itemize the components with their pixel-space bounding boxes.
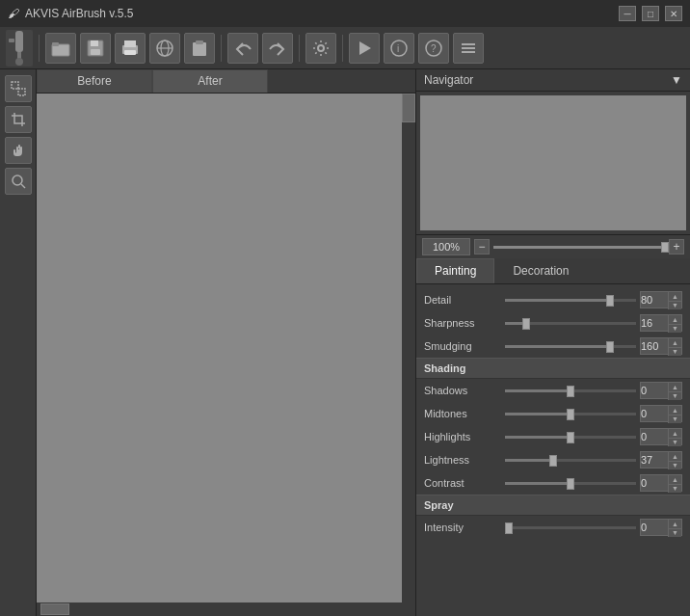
intensity-slider[interactable] xyxy=(505,521,636,534)
sharpness-down[interactable]: ▼ xyxy=(669,325,681,334)
highlights-down[interactable]: ▼ xyxy=(669,439,681,447)
minimize-button[interactable]: ─ xyxy=(619,6,636,21)
undo-button[interactable] xyxy=(227,33,258,64)
highlights-slider[interactable] xyxy=(505,430,636,443)
shadows-down[interactable]: ▼ xyxy=(669,392,681,401)
lightness-fill xyxy=(505,459,553,462)
horizontal-scrollbar-thumb[interactable] xyxy=(40,603,69,615)
maximize-button[interactable]: □ xyxy=(642,6,659,21)
zoom-slider[interactable] xyxy=(493,246,665,249)
smudging-row: Smudging 160 ▲ ▼ xyxy=(416,335,690,358)
lightness-down[interactable]: ▼ xyxy=(669,462,681,470)
midtones-value[interactable]: 0 ▲ ▼ xyxy=(640,405,682,422)
right-panel: Navigator ▼ − + Painting Decoration xyxy=(415,69,690,616)
contrast-spinners: ▲ ▼ xyxy=(668,475,681,493)
shadows-value[interactable]: 0 ▲ ▼ xyxy=(640,382,682,399)
info-button[interactable]: i xyxy=(384,33,414,64)
detail-value[interactable]: 80 ▲ ▼ xyxy=(640,291,682,308)
smudging-thumb[interactable] xyxy=(606,341,614,353)
zoom-in-button[interactable]: + xyxy=(669,239,684,254)
menu-button[interactable] xyxy=(453,33,484,64)
midtones-down[interactable]: ▼ xyxy=(669,415,681,424)
sharpness-slider[interactable] xyxy=(505,316,636,330)
navigator-preview xyxy=(420,95,686,230)
contrast-value[interactable]: 0 ▲ ▼ xyxy=(640,474,682,492)
horizontal-scrollbar[interactable] xyxy=(37,603,415,616)
hand-tool[interactable] xyxy=(5,137,32,164)
intensity-down[interactable]: ▼ xyxy=(669,529,681,538)
vertical-scrollbar-thumb[interactable] xyxy=(402,94,415,122)
zoom-out-button[interactable]: − xyxy=(474,239,490,254)
detail-down[interactable]: ▼ xyxy=(669,302,681,310)
tab-decoration[interactable]: Decoration xyxy=(494,258,587,283)
midtones-slider[interactable] xyxy=(505,407,636,420)
intensity-thumb[interactable] xyxy=(505,522,513,534)
smudging-down[interactable]: ▼ xyxy=(669,348,681,357)
zoom-input[interactable] xyxy=(422,238,470,255)
detail-thumb[interactable] xyxy=(606,295,614,307)
crop-tool[interactable] xyxy=(5,106,32,133)
main-layout: Before After Navigator ▼ − xyxy=(0,69,690,616)
intensity-value[interactable]: 0 ▲ ▼ xyxy=(640,519,682,536)
contrast-row: Contrast 0 ▲ ▼ xyxy=(416,471,690,495)
shadows-up[interactable]: ▲ xyxy=(669,383,681,392)
tab-painting[interactable]: Painting xyxy=(416,258,494,283)
smudging-up[interactable]: ▲ xyxy=(669,338,681,348)
sharpness-value[interactable]: 16 ▲ ▼ xyxy=(640,314,682,332)
shadows-thumb[interactable] xyxy=(567,386,574,397)
toolbar: i ? xyxy=(0,27,690,69)
highlights-thumb[interactable] xyxy=(567,432,574,443)
help-button[interactable]: ? xyxy=(418,33,449,64)
close-button[interactable]: ✕ xyxy=(665,6,682,21)
redo-button[interactable] xyxy=(262,33,293,64)
svg-rect-3 xyxy=(9,39,14,42)
canvas-tabs: Before After xyxy=(37,69,415,94)
smudging-slider[interactable] xyxy=(505,339,636,353)
shadows-slider[interactable] xyxy=(505,384,636,397)
contrast-slider[interactable] xyxy=(505,476,636,490)
web-button[interactable] xyxy=(149,33,180,64)
navigator-section: Navigator ▼ − + xyxy=(416,69,690,258)
intensity-label: Intensity xyxy=(424,522,501,533)
shadows-row: Shadows 0 ▲ ▼ xyxy=(416,379,690,402)
save-button[interactable] xyxy=(80,33,111,64)
detail-slider[interactable] xyxy=(505,293,636,307)
play-button[interactable] xyxy=(349,33,380,64)
contrast-down[interactable]: ▼ xyxy=(669,485,681,494)
lightness-thumb[interactable] xyxy=(549,455,557,467)
airbrush-icon[interactable] xyxy=(6,30,33,67)
highlights-value[interactable]: 0 ▲ ▼ xyxy=(640,428,682,445)
spray-header: Spray xyxy=(416,495,690,516)
sharpness-thumb[interactable] xyxy=(522,318,530,330)
shading-header: Shading xyxy=(416,358,690,379)
selection-tool[interactable] xyxy=(5,75,32,102)
open-button[interactable] xyxy=(45,33,76,64)
print-button[interactable] xyxy=(115,33,146,64)
zoom-tool[interactable] xyxy=(5,168,32,195)
settings-button[interactable] xyxy=(305,33,336,64)
vertical-scrollbar[interactable] xyxy=(402,94,415,603)
svg-rect-8 xyxy=(91,49,100,55)
highlights-up[interactable]: ▲ xyxy=(669,429,681,439)
smudging-value[interactable]: 160 ▲ ▼ xyxy=(640,337,682,355)
separator-3 xyxy=(299,35,300,62)
navigator-dropdown-icon[interactable]: ▼ xyxy=(671,73,682,87)
intensity-up[interactable]: ▲ xyxy=(669,520,681,529)
tab-after[interactable]: After xyxy=(152,69,268,93)
midtones-thumb[interactable] xyxy=(567,409,574,420)
intensity-row: Intensity 0 ▲ ▼ xyxy=(416,516,690,539)
contrast-up[interactable]: ▲ xyxy=(669,475,681,485)
shadows-track xyxy=(505,389,636,392)
canvas-area: Before After xyxy=(37,69,415,616)
sharpness-up[interactable]: ▲ xyxy=(669,315,681,325)
detail-up[interactable]: ▲ xyxy=(669,292,681,302)
clipboard-button[interactable] xyxy=(184,33,215,64)
svg-rect-16 xyxy=(196,40,203,44)
tab-before[interactable]: Before xyxy=(37,69,152,93)
midtones-up[interactable]: ▲ xyxy=(669,406,681,415)
lightness-up[interactable]: ▲ xyxy=(669,452,681,462)
contrast-thumb[interactable] xyxy=(567,478,574,490)
lightness-value[interactable]: 37 ▲ ▼ xyxy=(640,451,682,469)
lightness-slider[interactable] xyxy=(505,453,636,467)
navigator-header: Navigator ▼ xyxy=(416,69,690,92)
